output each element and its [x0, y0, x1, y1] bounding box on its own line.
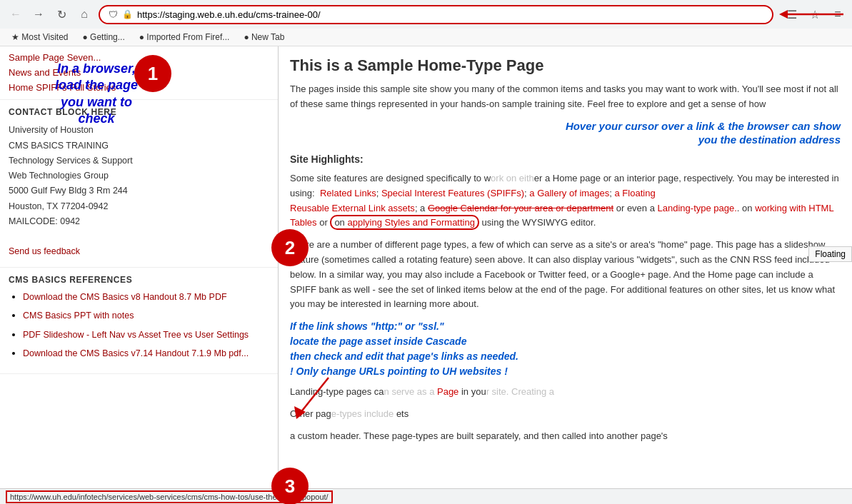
cms-refs-title: CMS BASICS REFERENCES	[9, 275, 269, 285]
browser-toolbar: ← → ↻ ⌂ 🛡 🔒 ☰ ☆ ≡	[0, 0, 852, 29]
annotation-http: If the link shows "http:" or "ssl." loca…	[290, 319, 841, 379]
main-para3: There are a number of different page typ…	[290, 238, 841, 312]
gallery-link[interactable]: a Gallery of images	[529, 188, 609, 198]
menu-icons: ☰ ☆ ≡	[783, 6, 846, 23]
bookmark-most-visited[interactable]: ★ Most Visited	[6, 31, 74, 44]
address-bar-input[interactable]	[137, 9, 763, 20]
browser-chrome: ← → ↻ ⌂ 🛡 🔒 ☰ ☆ ≡ ★ Most Visited ● Getti…	[0, 0, 852, 46]
contact-block-title: CONTACT BLOCK HERE	[9, 107, 269, 117]
main-para6: a custom header. These page-types are bu…	[290, 429, 841, 444]
main-para4: Landing-type pages can serve as a Page i…	[290, 385, 841, 400]
annotation-hover: Hover your cursor over a link & the brow…	[290, 119, 841, 147]
contact-line-7: MAILCODE: 0942	[9, 214, 269, 229]
page-link[interactable]: Page	[437, 386, 458, 397]
badge-2: 2	[271, 229, 309, 266]
main-title: This is a Sample Home-Type Page	[290, 56, 841, 75]
bookmark-new-tab[interactable]: ● New Tab	[238, 31, 290, 44]
landing-link[interactable]: Landing-type page.	[658, 203, 737, 213]
nav-buttons: ← → ↻ ⌂	[6, 4, 94, 24]
bookmark-getting[interactable]: ● Getting...	[76, 31, 130, 44]
status-bar: https://www.uh.edu/infotech/services/web…	[0, 488, 852, 504]
address-bar-container: 🛡 🔒	[99, 5, 773, 24]
reload-button[interactable]: ↻	[51, 4, 71, 24]
bookmark-imported[interactable]: ● Imported From Firef...	[134, 31, 236, 44]
back-button[interactable]: ←	[6, 4, 26, 24]
site-highlights-label: Site Highlights:	[290, 151, 841, 167]
send-feedback-link[interactable]: Send us feedback	[9, 246, 80, 256]
cms-refs-list: Download the CMS Basics v8 Handout 8.7 M…	[9, 291, 269, 361]
spiffs-link[interactable]: Special Interest Features (SPIFFs)	[381, 188, 524, 198]
floating-link[interactable]: a Floating	[615, 188, 656, 198]
list-item: Download the CMS Basics v7.14 Handout 7.…	[23, 347, 269, 361]
cms-ref-link-3[interactable]: Download the CMS Basics v7.14 Handout 7.…	[23, 348, 249, 358]
shield-icon: 🛡	[109, 9, 118, 20]
forward-button[interactable]: →	[29, 4, 49, 24]
home-button[interactable]: ⌂	[74, 4, 94, 24]
cms-ref-link-2[interactable]: PDF Slideshow - Left Nav vs Asset Tree v…	[23, 330, 249, 340]
list-item: PDF Slideshow - Left Nav vs Asset Tree v…	[23, 328, 269, 342]
badge-1: 1	[134, 55, 171, 92]
main-para1: The pages inside this sample site show y…	[290, 82, 841, 112]
reusable-link[interactable]: Reusable External Link assets	[290, 203, 415, 213]
sidebar: In a browser, load the page you want to …	[0, 46, 279, 499]
cms-ref-link-0[interactable]: Download the CMS Basics v8 Handout 8.7 M…	[23, 292, 227, 302]
reader-view-button[interactable]: ☰	[783, 6, 801, 23]
menu-button[interactable]: ≡	[829, 6, 846, 23]
contact-line-4: Web Technologies Group	[9, 168, 269, 183]
bookmarks-bar: ★ Most Visited ● Getting... ● Imported F…	[0, 29, 852, 46]
lock-icon: 🔒	[122, 9, 133, 19]
contact-line-3: Technology Services & Support	[9, 153, 269, 168]
bookmarks-button[interactable]: ☆	[806, 6, 823, 23]
contact-line-1: University of Houston	[9, 123, 269, 138]
cms-refs-section: CMS BASICS REFERENCES Download the CMS B…	[0, 268, 278, 374]
badge-3: 3	[271, 468, 309, 504]
google-cal-link[interactable]: Google Calendar for your area or departm…	[428, 203, 613, 213]
styles-link[interactable]: applying Styles and Formatting	[347, 217, 474, 228]
contact-section: CONTACT BLOCK HERE University of Houston…	[0, 100, 278, 267]
cms-ref-link-1[interactable]: CMS Basics PPT with notes	[23, 311, 134, 321]
contact-line-6: Houston, TX 77204-0942	[9, 199, 269, 214]
list-item: CMS Basics PPT with notes	[23, 309, 269, 323]
related-links-link[interactable]: Related Links	[320, 188, 376, 198]
list-item: Download the CMS Basics v8 Handout 8.7 M…	[23, 291, 269, 304]
contact-line-5: 5000 Gulf Fwy Bldg 3 Rm 244	[9, 183, 269, 198]
main-para2: Some site features are designed specific…	[290, 171, 841, 231]
main-para5: Other page-types include ets	[290, 407, 841, 422]
main-content: This is a Sample Home-Type Page The page…	[279, 46, 852, 499]
page-container: 1 2 3 In a browser, load the page you wa…	[0, 46, 852, 499]
page-layout: In a browser, load the page you want to …	[0, 46, 852, 499]
contact-line-2: CMS BASICS TRAINING	[9, 138, 269, 153]
floating-label: Floating	[808, 246, 852, 262]
contact-info: University of Houston CMS BASICS TRAININ…	[9, 123, 269, 259]
